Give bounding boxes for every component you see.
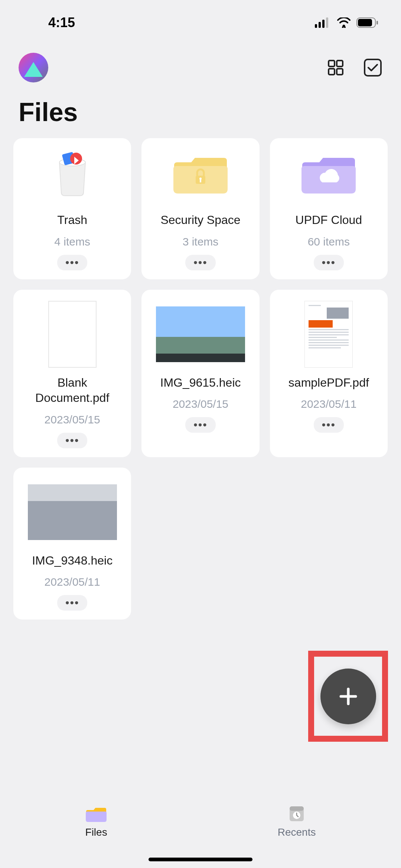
status-bar: 4:15 (0, 0, 401, 38)
svg-point-4 (343, 25, 345, 27)
plus-icon (337, 685, 359, 708)
file-grid: Trash 4 items ••• Security Space 3 items… (0, 138, 401, 620)
item-sub: 2023/05/11 (301, 398, 356, 410)
nav-label: Recents (278, 826, 316, 838)
svg-rect-6 (358, 19, 372, 26)
item-sub: 3 items (183, 235, 219, 248)
status-indicators (315, 17, 379, 28)
folder-security[interactable]: Security Space 3 items ••• (141, 138, 259, 279)
svg-rect-2 (322, 20, 325, 28)
avatar[interactable] (19, 53, 48, 82)
image-thumbnail (156, 301, 245, 368)
svg-rect-9 (337, 61, 343, 66)
bottom-nav: Files Recents (0, 794, 401, 868)
svg-rect-20 (290, 806, 304, 811)
nav-files[interactable]: Files (85, 805, 107, 838)
clock-icon (286, 805, 307, 823)
more-icon[interactable]: ••• (185, 255, 216, 270)
status-time: 4:15 (48, 15, 75, 30)
item-sub: 2023/05/11 (45, 576, 100, 588)
svg-rect-7 (376, 21, 378, 25)
file-img-9348[interactable]: IMG_9348.heic 2023/05/11 ••• (13, 468, 131, 620)
svg-rect-11 (337, 69, 343, 75)
pdf-thumbnail (284, 301, 373, 368)
item-name: Trash (57, 212, 87, 228)
page-title: Files (0, 90, 401, 138)
select-icon[interactable] (363, 58, 382, 77)
wifi-icon (336, 17, 351, 28)
file-img-9615[interactable]: IMG_9615.heic 2023/05/15 ••• (141, 290, 259, 457)
more-icon[interactable]: ••• (314, 417, 344, 433)
item-sub: 2023/05/15 (45, 413, 100, 426)
item-sub: 60 items (308, 235, 350, 248)
file-sample-pdf[interactable]: samplePDF.pdf 2023/05/11 ••• (270, 290, 388, 457)
image-thumbnail (28, 479, 117, 546)
grid-view-icon[interactable] (327, 59, 345, 77)
battery-icon (356, 17, 379, 28)
item-name: samplePDF.pdf (288, 375, 369, 391)
fab-highlight (308, 651, 388, 742)
svg-rect-0 (315, 24, 317, 28)
item-name: IMG_9615.heic (160, 375, 241, 391)
nav-label: Files (85, 826, 107, 838)
item-name: UPDF Cloud (296, 212, 362, 228)
folder-cloud[interactable]: UPDF Cloud 60 items ••• (270, 138, 388, 279)
svg-rect-18 (200, 179, 201, 182)
svg-rect-1 (319, 22, 321, 28)
svg-rect-8 (329, 61, 335, 66)
more-icon[interactable]: ••• (57, 255, 88, 270)
file-blank-document[interactable]: Blank Document.pdf 2023/05/15 ••• (13, 290, 131, 457)
item-sub: 2023/05/15 (173, 398, 228, 410)
svg-rect-3 (326, 17, 328, 28)
item-name: Security Space (160, 212, 240, 228)
signal-icon (315, 17, 331, 28)
more-icon[interactable]: ••• (314, 255, 344, 270)
trash-icon (43, 149, 102, 198)
more-icon[interactable]: ••• (185, 417, 216, 433)
document-icon (28, 301, 117, 368)
more-icon[interactable]: ••• (57, 433, 88, 448)
svg-rect-12 (365, 59, 381, 76)
cloud-folder-icon (299, 149, 358, 198)
item-name: Blank Document.pdf (21, 375, 124, 406)
folder-icon (85, 805, 107, 823)
nav-recents[interactable]: Recents (278, 805, 316, 838)
header (0, 38, 401, 90)
svg-rect-10 (329, 69, 335, 75)
home-indicator[interactable] (149, 858, 252, 861)
lock-folder-icon (171, 149, 230, 198)
add-button[interactable] (320, 669, 376, 724)
item-sub: 4 items (54, 235, 90, 248)
folder-trash[interactable]: Trash 4 items ••• (13, 138, 131, 279)
more-icon[interactable]: ••• (57, 595, 88, 611)
item-name: IMG_9348.heic (32, 553, 113, 569)
